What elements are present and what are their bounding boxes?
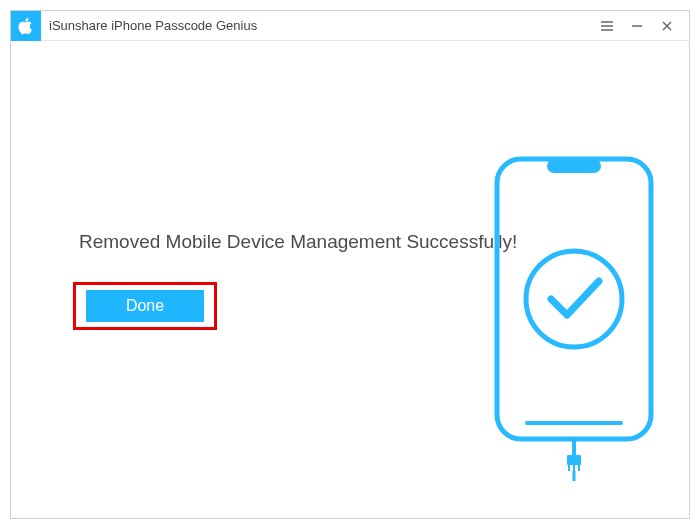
titlebar: iSunshare iPhone Passcode Genius <box>11 11 689 41</box>
menu-icon[interactable] <box>599 18 615 34</box>
close-icon[interactable] <box>659 18 675 34</box>
done-highlight-box: Done <box>73 282 217 330</box>
app-window: iSunshare iPhone Passcode Genius Removed… <box>10 10 690 519</box>
window-controls <box>599 18 683 34</box>
svg-rect-7 <box>547 159 601 173</box>
phone-success-illustration <box>489 151 659 485</box>
window-title: iSunshare iPhone Passcode Genius <box>49 18 599 33</box>
window-frame: iSunshare iPhone Passcode Genius Removed… <box>0 0 700 529</box>
svg-rect-11 <box>567 455 581 465</box>
app-logo-icon <box>11 11 41 41</box>
status-message: Removed Mobile Device Management Success… <box>79 231 517 253</box>
minimize-icon[interactable] <box>629 18 645 34</box>
svg-rect-6 <box>497 159 651 439</box>
main-content: Removed Mobile Device Management Success… <box>11 41 689 518</box>
done-button[interactable]: Done <box>86 290 204 322</box>
svg-point-9 <box>526 251 622 347</box>
